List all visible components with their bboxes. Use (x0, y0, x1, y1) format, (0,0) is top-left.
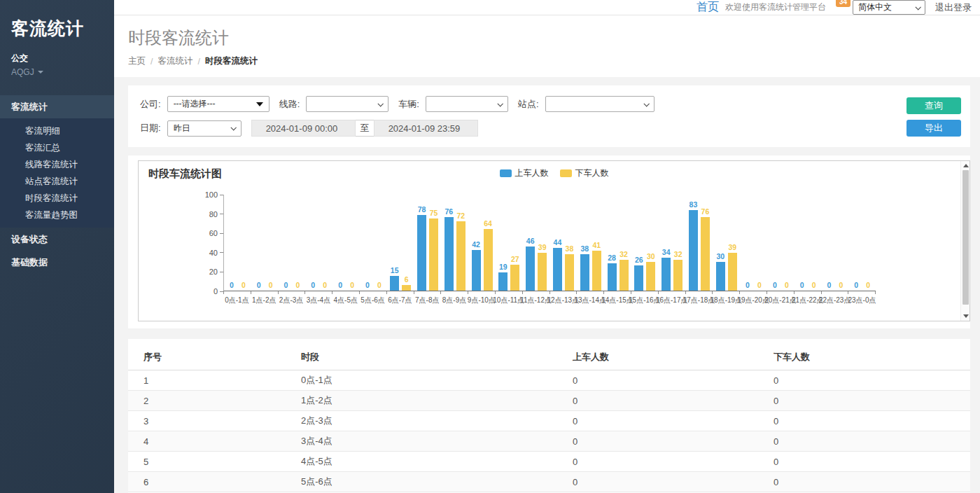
x-tick (848, 291, 876, 294)
logout-link[interactable]: 退出登录 (935, 1, 972, 14)
breadcrumb-passenger-stats[interactable]: 客流统计 (158, 55, 192, 67)
x-tick (468, 291, 496, 294)
scroll-down-icon[interactable] (963, 314, 969, 318)
station-label: 站点: (518, 98, 539, 111)
sidebar-item-passenger-stats[interactable]: 客流统计 (0, 95, 114, 118)
legend-label-boarding: 上车人数 (515, 167, 549, 179)
bar-column: 28 (606, 254, 618, 291)
sidebar-item-line-stats[interactable]: 线路客流统计 (0, 156, 114, 173)
bar-column: 41 (591, 241, 603, 291)
bar-value-label: 0 (323, 281, 327, 289)
sidebar-item-passenger-summary[interactable]: 客流汇总 (0, 139, 114, 156)
breadcrumb-home[interactable]: 主页 (128, 55, 146, 67)
col-header-alighting: 下车人数 (774, 345, 970, 370)
station-select[interactable] (545, 96, 654, 112)
bar-column: 30 (645, 252, 657, 291)
x-axis-label: 21点-22点 (794, 296, 821, 305)
date-preset-value: 昨日 (174, 123, 190, 134)
sidebar-item-device-status[interactable]: 设备状态 (0, 228, 114, 251)
legend-item-boarding[interactable]: 上车人数 (500, 167, 549, 179)
table-cell: 0 (573, 452, 774, 472)
export-button[interactable]: 导出 (906, 120, 961, 137)
chart-scrollbar[interactable] (960, 161, 969, 321)
bar-value-label: 32 (620, 250, 628, 258)
x-axis-label: 14点-15点 (604, 296, 631, 305)
page-header: 时段客流统计 主页 / 客流统计 / 时段客流统计 (114, 15, 980, 77)
sidebar-item-trend-chart[interactable]: 客流量趋势图 (0, 207, 114, 223)
table-cell: 0 (774, 452, 970, 472)
bar (390, 276, 399, 291)
breadcrumb: 主页 / 客流统计 / 时段客流统计 (128, 55, 966, 67)
bar-group: 00 (822, 281, 849, 291)
bar-value-label: 76 (701, 207, 710, 216)
x-tick (414, 291, 442, 294)
x-axis-label: 16点-17点 (658, 296, 685, 305)
legend-label-alighting: 下车人数 (575, 167, 609, 179)
station-filter: 站点: (518, 96, 654, 112)
x-axis-label: 20点-21点 (767, 296, 794, 305)
bar-column: 76 (699, 207, 711, 291)
bar-value-label: 0 (866, 281, 870, 289)
x-tick (604, 291, 631, 294)
x-tick (686, 291, 713, 294)
bar-value-label: 0 (773, 281, 777, 289)
x-tick (224, 291, 251, 294)
bar (608, 263, 617, 291)
bar-column: 30 (715, 252, 727, 291)
x-tick (659, 291, 686, 294)
sidebar-item-period-stats[interactable]: 时段客流统计 (0, 190, 114, 207)
bar-value-label: 41 (592, 241, 601, 249)
bar-group: 00 (360, 281, 387, 291)
scroll-up-icon[interactable] (963, 164, 969, 167)
bar-column: 0 (754, 281, 766, 291)
user-dropdown[interactable]: AQGJ (0, 64, 114, 77)
bar-value-label: 0 (296, 281, 300, 289)
x-tick (767, 291, 794, 294)
bar-value-label: 0 (338, 281, 342, 289)
date-preset-select[interactable]: 昨日 (167, 120, 241, 137)
home-link[interactable]: 首页 (696, 0, 719, 15)
chart-plot-area[interactable]: 020406080100 000000000000156787576724264… (198, 195, 876, 305)
sidebar-item-base-data[interactable]: 基础数据 (0, 251, 114, 274)
table-cell: 1点-2点 (301, 391, 573, 411)
company-select[interactable]: ---请选择--- (167, 96, 270, 112)
sidebar-item-station-stats[interactable]: 站点客流统计 (0, 173, 114, 190)
x-axis-label: 19点-20点 (740, 296, 767, 305)
company-label: 公司: (140, 98, 161, 111)
date-end-input[interactable]: 2024-01-09 23:59 (374, 120, 478, 137)
table-cell: 5 (128, 452, 301, 472)
line-select[interactable] (306, 96, 388, 112)
bar-column: 32 (618, 250, 630, 291)
scrollbar-thumb[interactable] (962, 170, 969, 305)
chevron-down-icon (643, 101, 649, 106)
vehicle-select[interactable] (426, 96, 508, 112)
language-select[interactable]: 简体中文 (853, 0, 925, 15)
x-tick (279, 291, 306, 294)
y-tick: 80 (209, 210, 223, 218)
bar (444, 217, 454, 291)
notification-badge: 34 (836, 0, 850, 7)
bar-value-label: 39 (728, 243, 736, 251)
sidebar-item-passenger-detail[interactable]: 客流明细 (0, 123, 114, 139)
bar-column: 0 (835, 281, 847, 291)
query-button[interactable]: 查询 (906, 97, 961, 114)
bar-column: 0 (742, 281, 754, 291)
bar-column: 76 (443, 207, 455, 291)
col-header-period: 时段 (301, 345, 573, 370)
legend-item-alighting[interactable]: 下车人数 (560, 167, 609, 179)
date-start-input[interactable]: 2024-01-09 00:00 (251, 120, 356, 137)
bar-value-label: 42 (472, 240, 480, 249)
x-tick (441, 291, 468, 294)
bar-value-label: 30 (716, 252, 724, 261)
bar-column: 0 (307, 281, 319, 291)
company-filter: 公司: ---请选择--- (140, 96, 270, 112)
bar-column: 0 (265, 281, 276, 291)
col-header-boarding: 上车人数 (573, 345, 774, 370)
welcome-text: 欢迎使用客流统计管理平台 (725, 1, 826, 13)
date-separator: 至 (356, 120, 374, 137)
dropdown-arrow-icon (256, 102, 263, 106)
bar-group: 00 (332, 281, 360, 291)
stats-table-body: 10点-1点0021点-2点0032点-3点0043点-4点0054点-5点00… (128, 370, 970, 493)
bar-column: 19 (497, 263, 509, 291)
x-tick (577, 291, 604, 294)
